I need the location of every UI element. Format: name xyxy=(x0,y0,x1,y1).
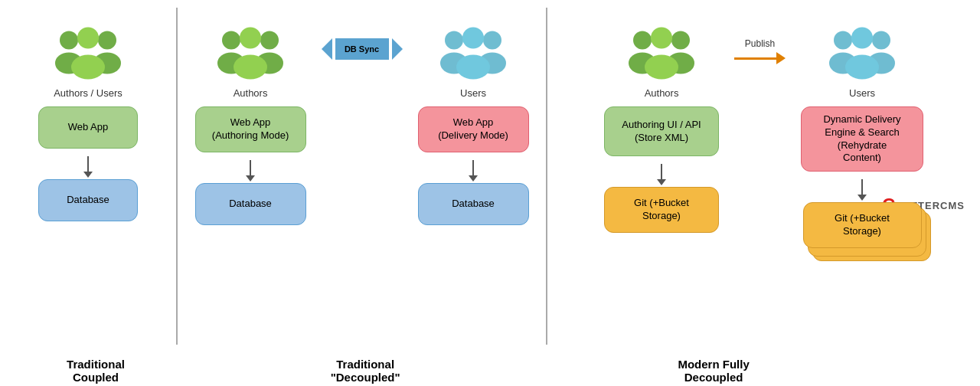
delivery-engine-box: Dynamic DeliveryEngine & Search(Rehydrat… xyxy=(801,106,923,172)
svg-point-11 xyxy=(234,55,267,80)
database-box-3: Database xyxy=(418,183,529,225)
svg-point-22 xyxy=(651,28,672,49)
sec3-right: Users Dynamic DeliveryEngine & Search(Re… xyxy=(801,23,923,258)
authoring-ui-box: Authoring UI / API(Store XML) xyxy=(604,106,719,156)
database-box-2: Database xyxy=(195,183,306,225)
svg-point-12 xyxy=(445,31,463,50)
git-storage-box-1: Git (+BucketStorage) xyxy=(604,187,719,233)
title-cell-3: Modern FullyDecoupled xyxy=(547,348,972,386)
git-storage-stacked: Git (+BucketStorage) xyxy=(803,202,922,252)
svg-point-16 xyxy=(462,28,484,49)
users-label-3: Users xyxy=(849,87,875,99)
authors-icon-2 xyxy=(216,23,285,84)
arrow-3 xyxy=(469,160,478,182)
arrow-5 xyxy=(858,179,867,201)
svg-point-18 xyxy=(633,31,652,50)
web-app-box-1: Web App xyxy=(38,106,138,149)
svg-point-2 xyxy=(98,31,116,50)
svg-point-5 xyxy=(71,55,105,80)
svg-point-14 xyxy=(483,31,501,50)
web-app-delivery-box: Web App(Delivery Mode) xyxy=(418,106,529,152)
diagram: Authors / Users Web App Database xyxy=(0,0,980,386)
authors-users-label: Authors / Users xyxy=(54,87,122,99)
title-traditional-decoupled: Traditional"Decoupled" xyxy=(331,358,400,384)
arrow-2 xyxy=(246,160,255,182)
title-cell-1: TraditionalCoupled xyxy=(8,348,184,386)
authors-label-3: Authors xyxy=(645,87,679,99)
publish-label: Publish xyxy=(745,38,775,49)
svg-point-28 xyxy=(851,28,873,49)
svg-point-29 xyxy=(845,55,879,80)
users-icon-3 xyxy=(828,23,897,84)
sec3-left: Authors Authoring UI / API(Store XML) Gi… xyxy=(604,23,719,239)
title-cell-2: Traditional"Decoupled" xyxy=(185,348,545,386)
svg-point-26 xyxy=(872,31,890,50)
web-app-authoring-box: Web App(Authoring Mode) xyxy=(195,106,306,152)
svg-point-23 xyxy=(645,55,678,80)
svg-point-24 xyxy=(834,31,852,50)
svg-point-6 xyxy=(222,31,240,50)
section-modern-decoupled: Authors Authoring UI / API(Store XML) Gi… xyxy=(547,0,980,258)
svg-point-20 xyxy=(671,31,690,50)
titles-row: TraditionalCoupled Traditional"Decoupled… xyxy=(0,348,980,386)
svg-point-10 xyxy=(240,28,261,49)
svg-point-17 xyxy=(456,55,490,80)
db-sync-arrows: DB Sync xyxy=(322,38,403,60)
svg-point-0 xyxy=(60,31,78,50)
svg-point-4 xyxy=(77,28,99,49)
sec2-right: Users Web App(Delivery Mode) Database xyxy=(418,23,529,231)
database-box-1: Database xyxy=(38,179,138,221)
arrow-4 xyxy=(657,164,666,185)
section-traditional-coupled: Authors / Users Web App Database xyxy=(0,0,176,227)
sec2-left: Authors Web App(Authoring Mode) Database xyxy=(195,23,306,231)
title-traditional-coupled: TraditionalCoupled xyxy=(67,358,125,384)
authors-users-icon xyxy=(54,23,122,84)
svg-point-8 xyxy=(260,31,279,50)
authors-label-2: Authors xyxy=(234,87,268,99)
title-modern-decoupled: Modern FullyDecoupled xyxy=(678,358,749,384)
users-icon-2 xyxy=(439,23,508,84)
users-label-2: Users xyxy=(460,87,486,99)
section-traditional-decoupled: Authors Web App(Authoring Mode) Database xyxy=(178,0,546,231)
authors-icon-3 xyxy=(627,23,696,84)
arrow-1 xyxy=(83,156,93,178)
